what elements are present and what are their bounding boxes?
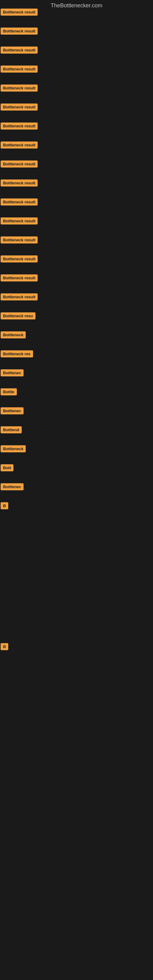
bottleneck-item-31: B: [1, 643, 8, 651]
bottleneck-badge-16: Bottleneck resu: [1, 312, 35, 320]
bottleneck-badge-2: Bottleneck result: [1, 46, 38, 54]
bottleneck-badge-1: Bottleneck result: [1, 27, 38, 35]
bottleneck-item-25: Bottlenec: [1, 483, 24, 492]
bottleneck-item-18: Bottleneck res: [1, 350, 33, 359]
bottleneck-item-17: Bottleneck: [1, 331, 26, 340]
bottleneck-badge-31: B: [1, 643, 8, 650]
bottleneck-badge-4: Bottleneck result: [1, 84, 38, 92]
bottleneck-badge-3: Bottleneck result: [1, 65, 38, 73]
bottleneck-item-22: Bottlend: [1, 426, 22, 434]
bottleneck-badge-25: Bottlenec: [1, 483, 24, 490]
bottleneck-badge-7: Bottleneck result: [1, 142, 38, 148]
bottleneck-item-6: Bottleneck result: [1, 123, 38, 131]
bottleneck-badge-18: Bottleneck res: [1, 350, 33, 357]
bottleneck-item-23: Bottleneck: [1, 445, 26, 453]
bottleneck-item-20: Bottle: [1, 388, 17, 396]
bottleneck-item-4: Bottleneck result: [1, 84, 38, 93]
bottleneck-badge-17: Bottleneck: [1, 331, 26, 339]
bottleneck-badge-26: B: [1, 502, 8, 509]
bottleneck-badge-12: Bottleneck result: [1, 236, 38, 243]
bottleneck-badge-8: Bottleneck result: [1, 161, 38, 167]
bottleneck-badge-21: Bottlenec: [1, 407, 24, 414]
bottleneck-badge-11: Bottleneck result: [1, 218, 38, 224]
bottleneck-item-1: Bottleneck result: [1, 27, 38, 36]
bottleneck-item-24: Bott: [1, 464, 13, 473]
bottleneck-badge-0: Bottleneck result: [1, 9, 38, 16]
bottleneck-badge-13: Bottleneck result: [1, 255, 38, 262]
bottleneck-badge-14: Bottleneck result: [1, 274, 38, 282]
bottleneck-badge-10: Bottleneck result: [1, 199, 38, 205]
bottleneck-item-10: Bottleneck result: [1, 199, 38, 207]
bottleneck-badge-6: Bottleneck result: [1, 123, 38, 130]
bottleneck-item-12: Bottleneck result: [1, 236, 38, 245]
bottleneck-badge-9: Bottleneck result: [1, 180, 38, 186]
bottleneck-item-5: Bottleneck result: [1, 103, 38, 112]
bottleneck-item-2: Bottleneck result: [1, 46, 38, 55]
bottleneck-item-8: Bottleneck result: [1, 161, 38, 169]
bottleneck-item-9: Bottleneck result: [1, 180, 38, 188]
bottleneck-badge-23: Bottleneck: [1, 445, 26, 452]
bottleneck-badge-5: Bottleneck result: [1, 103, 38, 111]
bottleneck-item-11: Bottleneck result: [1, 218, 38, 226]
bottleneck-badge-15: Bottleneck result: [1, 293, 38, 301]
bottleneck-item-13: Bottleneck result: [1, 255, 38, 264]
bottleneck-item-0: Bottleneck result: [1, 9, 38, 17]
bottleneck-item-16: Bottleneck resu: [1, 312, 35, 321]
page-container: TheBottlenecker.com Bottleneck resultBot…: [0, 0, 153, 980]
bottleneck-item-26: B: [1, 502, 8, 511]
bottleneck-item-21: Bottlenec: [1, 407, 24, 415]
bottleneck-item-15: Bottleneck result: [1, 293, 38, 302]
bottleneck-badge-20: Bottle: [1, 388, 17, 395]
bottleneck-badge-19: Bottlenec: [1, 369, 24, 376]
bottleneck-item-14: Bottleneck result: [1, 274, 38, 283]
bottleneck-item-7: Bottleneck result: [1, 142, 38, 150]
bottleneck-badge-22: Bottlend: [1, 426, 22, 433]
bottleneck-item-19: Bottlenec: [1, 369, 24, 378]
bottleneck-badge-24: Bott: [1, 464, 13, 471]
bottleneck-item-3: Bottleneck result: [1, 65, 38, 74]
